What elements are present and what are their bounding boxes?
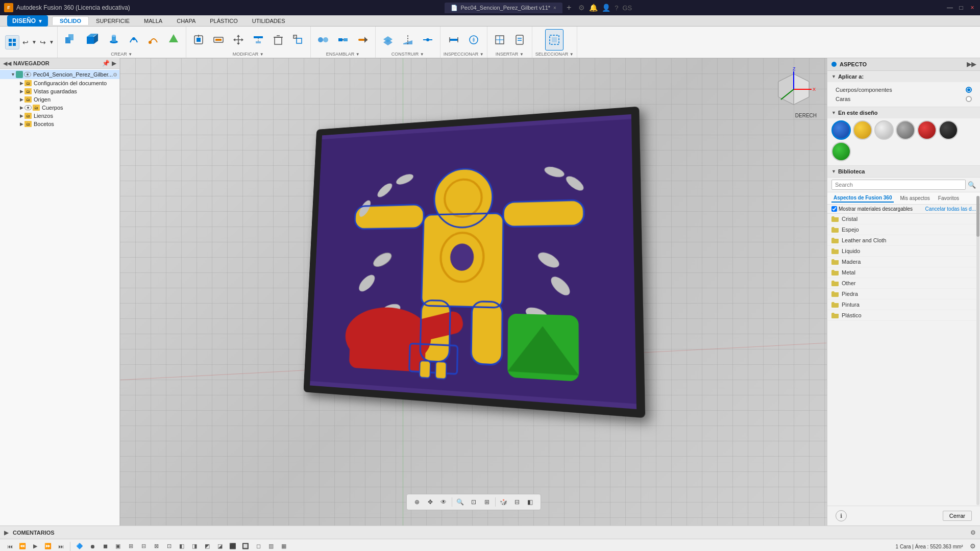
grid-button[interactable]: ⊟ [511, 496, 523, 508]
nav-item-config[interactable]: ▶ 🗂 Configuración del documento [0, 79, 119, 87]
comments-expand-icon[interactable]: ▶ [4, 529, 9, 536]
barrido-button[interactable] [144, 28, 163, 49]
timeline-prev-button[interactable]: ⏪ [17, 541, 28, 552]
material-item-plastico[interactable]: Plástico [827, 310, 980, 321]
nuevo-cuerpo-button[interactable] [81, 27, 103, 51]
new-tab-button[interactable]: + [567, 3, 571, 12]
timeline-icon-10[interactable]: ◨ [189, 541, 200, 552]
material-item-madera[interactable]: Madera [827, 257, 980, 267]
nav-arrow-root[interactable]: ▼ [10, 71, 16, 78]
rigido-button[interactable] [334, 29, 352, 51]
plano-button[interactable] [379, 29, 397, 51]
record-button[interactable]: ⏺ [87, 541, 98, 552]
material-item-metal[interactable]: Metal [827, 267, 980, 278]
escala-button[interactable] [289, 29, 307, 51]
nav-item-origen[interactable]: ▶ 🗂 Origen [0, 95, 119, 104]
caras-radio[interactable] [966, 96, 972, 102]
keyframe-button[interactable]: 🔷 [74, 541, 85, 552]
swatch-amarillo[interactable] [853, 120, 872, 140]
swatch-negro[interactable] [939, 120, 958, 140]
timeline-start-button[interactable]: ⏮ [4, 541, 15, 552]
aspect-panel-collapse-icon[interactable]: ▶▶ [967, 61, 976, 68]
material-item-leather[interactable]: Leather and Cloth [827, 235, 980, 246]
more-options-icon[interactable]: GS [622, 4, 632, 12]
timeline-icon-6[interactable]: ⊟ [138, 541, 149, 552]
timeline-next-button[interactable]: ⏩ [42, 541, 54, 552]
analisis-button[interactable] [464, 29, 483, 51]
design-dropdown-button[interactable]: DISEÑO ▼ [7, 15, 48, 27]
swatch-rojo[interactable] [917, 120, 937, 140]
nueva-union-button[interactable] [314, 29, 332, 51]
axis-cube[interactable]: X Z DERECH [771, 66, 817, 112]
nav-item-options-icon[interactable]: ⚙ [113, 72, 117, 78]
plano-angulo-button[interactable] [399, 29, 417, 51]
nav-arrow-bocetos[interactable]: ▶ [18, 121, 24, 127]
suprimir-button[interactable] [269, 29, 287, 51]
info-button[interactable]: ℹ [836, 510, 847, 521]
timeline-icon-3[interactable]: ◼ [100, 541, 111, 552]
material-item-other[interactable]: Other [827, 278, 980, 289]
timeline-icon-16[interactable]: ▥ [265, 541, 277, 552]
zoom-window-button[interactable]: ⊞ [481, 496, 493, 508]
material-item-cristal[interactable]: Cristal [827, 214, 980, 224]
document-tab[interactable]: 📄 Pec04_Sencion_Perez_Gilbert v11* × [445, 3, 562, 13]
close-button[interactable]: × [969, 4, 976, 11]
panel-scrollbar[interactable] [976, 191, 980, 500]
en-este-diseno-header[interactable]: ▼ En este diseño [827, 107, 980, 118]
minimize-button[interactable]: — [946, 4, 953, 11]
seleccion-button[interactable] [545, 29, 564, 51]
timeline-icon-9[interactable]: ◧ [176, 541, 187, 552]
material-item-liquido[interactable]: Líquido [827, 246, 980, 257]
view-cube-button[interactable]: 🎲 [498, 496, 510, 508]
deslizante-button[interactable] [354, 29, 372, 51]
tab-superficie[interactable]: SUPERFICIE [89, 17, 137, 25]
extrusion-button[interactable] [105, 28, 123, 49]
nav-expand-icon[interactable]: ▶ [112, 60, 116, 67]
timeline-icon-7[interactable]: ⊠ [151, 541, 162, 552]
material-item-pintura[interactable]: Pintura [827, 299, 980, 310]
swatch-gris-claro[interactable] [874, 120, 894, 140]
nav-arrow-cuerpos[interactable]: ▶ [18, 105, 24, 111]
alinear-button[interactable] [249, 29, 267, 51]
revolucion-button[interactable] [125, 28, 143, 49]
saliente-button[interactable] [164, 28, 183, 49]
cuerpos-radio[interactable] [966, 87, 972, 93]
timeline-icon-11[interactable]: ◩ [202, 541, 213, 552]
medir-button[interactable] [445, 29, 463, 51]
nav-pin-icon[interactable]: 📌 [102, 60, 110, 67]
comments-settings-icon[interactable]: ⚙ [970, 529, 976, 536]
zoom-fit-button[interactable]: ⊡ [468, 496, 480, 508]
grid-icon[interactable] [5, 35, 19, 49]
account-icon[interactable]: 👤 [602, 4, 610, 12]
timeline-icon-4[interactable]: ▣ [112, 541, 124, 552]
timeline-icon-5[interactable]: ⊞ [125, 541, 136, 552]
zoom-button[interactable]: 🔍 [454, 496, 467, 508]
desfase-button[interactable] [209, 29, 228, 51]
insertar-mesh-button[interactable] [491, 29, 509, 51]
orbit-button[interactable]: ⊕ [411, 496, 423, 508]
nav-arrow-origen[interactable]: ▶ [18, 96, 24, 103]
swatch-azul[interactable] [831, 120, 851, 140]
tab-chapa[interactable]: CHAPA [169, 17, 203, 25]
timeline-icon-17[interactable]: ▦ [278, 541, 289, 552]
notifications-icon[interactable]: 🔔 [589, 4, 598, 12]
timeline-play-button[interactable]: ▶ [30, 541, 41, 552]
redo-button[interactable]: ↪ [38, 37, 48, 47]
timeline-icon-13[interactable]: ⬛ [227, 541, 238, 552]
nav-item-lienzos[interactable]: ▶ 🗂 Lienzos [0, 112, 119, 120]
nav-eye-icon[interactable] [24, 72, 31, 77]
settings-gear-icon[interactable]: ⚙ [970, 542, 976, 550]
nav-arrow-config[interactable]: ▶ [18, 80, 24, 86]
tab-utilidades[interactable]: UTILIDADES [245, 17, 292, 25]
biblioteca-header[interactable]: ▼ Biblioteca [827, 166, 980, 178]
mover-button[interactable] [229, 29, 248, 51]
timeline-end-button[interactable]: ⏭ [55, 541, 66, 552]
viewport[interactable]: X Z DERECH ⊕ ✥ 👁 🔍 ⊡ ⊞ 🎲 ⊟ ◧ [120, 58, 827, 525]
undo-dropdown-button[interactable]: ▼ [32, 38, 37, 46]
look-around-button[interactable]: 👁 [437, 496, 450, 508]
timeline-icon-8[interactable]: ⊡ [163, 541, 175, 552]
nav-item-vistas[interactable]: ▶ 🗂 Vistas guardadas [0, 87, 119, 95]
nav-item-root[interactable]: ▼ Pec04_Sencion_Perez_Gilber... ⚙ [0, 70, 119, 79]
lib-tab-fusion[interactable]: Aspectos de Fusion 360 [831, 194, 894, 203]
insertar-svg-button[interactable] [510, 29, 529, 51]
